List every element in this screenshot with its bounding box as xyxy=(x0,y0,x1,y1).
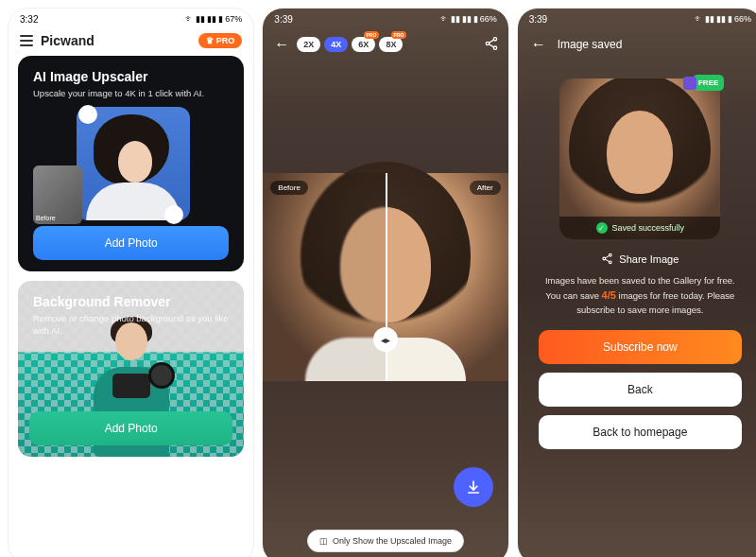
add-photo-button[interactable]: Add Photo xyxy=(29,411,232,445)
status-time: 3:39 xyxy=(529,14,547,25)
zoom-2x[interactable]: 2X xyxy=(297,37,320,52)
svg-point-9 xyxy=(610,261,612,264)
status-battery: 66% xyxy=(734,14,751,24)
saved-header: ← Image saved xyxy=(518,29,756,60)
before-after-compare[interactable]: Before After ◂▸ xyxy=(263,173,507,381)
svg-line-11 xyxy=(606,259,610,261)
back-button[interactable]: ← xyxy=(529,35,548,54)
card-hero: Before xyxy=(33,107,229,226)
zoom-label: 6X xyxy=(358,40,369,49)
card-upscaler[interactable]: AI Image Upscaler Upscale your image to … xyxy=(18,56,244,271)
app-header: Picwand ♛ PRO xyxy=(9,29,253,56)
back-button-secondary[interactable]: Back xyxy=(539,373,742,407)
status-bar: 3:39 ᯤ ▮▮ ▮▮ ▮ 66% xyxy=(518,9,756,29)
subscribe-button[interactable]: Subscribe now xyxy=(539,330,742,364)
signal-icon: ▮▮ xyxy=(705,14,714,24)
signal-icon: ▮▮ xyxy=(716,14,726,24)
wifi-icon: ᯤ xyxy=(695,14,703,24)
check-icon: ✓ xyxy=(596,222,608,234)
status-battery: 67% xyxy=(225,14,242,24)
share-image-row[interactable]: Share Image xyxy=(518,252,756,265)
after-label: After xyxy=(470,181,501,195)
wifi-icon: ᯤ xyxy=(185,14,194,24)
zoom-selector: 2X 4X 6X PRO 8X PRO xyxy=(297,37,403,52)
status-icons: ᯤ ▮▮ ▮▮ ▮ 66% xyxy=(440,14,497,24)
crown-icon: ♛ xyxy=(206,36,214,45)
share-label: Share Image xyxy=(619,253,679,265)
signal-icon: ▮▮ xyxy=(196,14,205,24)
saved-status-label: Saved successfully xyxy=(612,223,685,233)
status-bar: 3:32 ᯤ ▮▮ ▮▮ ▮ 67% xyxy=(9,9,253,29)
status-battery: 66% xyxy=(480,14,497,24)
zoom-label: 8X xyxy=(386,40,396,49)
svg-line-3 xyxy=(489,40,493,43)
save-description: Images have been saved to the Gallery fo… xyxy=(539,274,742,317)
home-button[interactable]: Back to homepage xyxy=(539,415,742,449)
status-time: 3:32 xyxy=(20,14,38,25)
svg-point-0 xyxy=(493,37,496,40)
share-icon[interactable] xyxy=(484,36,499,54)
status-bar: 3:39 ᯤ ▮▮ ▮▮ ▮ 66% xyxy=(263,9,507,29)
svg-point-2 xyxy=(493,46,496,49)
signal-icon: ▮▮ xyxy=(451,14,460,24)
zoom-6x[interactable]: 6X PRO xyxy=(352,37,375,52)
compare-handle[interactable]: ◂▸ xyxy=(373,327,398,352)
card-subtitle: Remove or change photo background as you… xyxy=(33,313,229,337)
pro-label: PRO xyxy=(216,36,235,45)
before-label: Before xyxy=(36,215,56,221)
preview-after xyxy=(77,107,190,220)
screen-upscale-editor: 3:39 ᯤ ▮▮ ▮▮ ▮ 66% ← 2X 4X 6X PRO 8X PRO xyxy=(262,8,508,557)
page-title: Image saved xyxy=(558,38,623,51)
zoom-4x[interactable]: 4X xyxy=(324,37,348,52)
editor-header: ← 2X 4X 6X PRO 8X PRO xyxy=(263,29,507,60)
saved-status: ✓ Saved successfully xyxy=(559,217,720,239)
download-button[interactable] xyxy=(454,467,493,507)
saved-preview: FREE ✓ Saved successfully xyxy=(559,78,720,239)
back-button[interactable]: ← xyxy=(272,35,291,54)
before-label: Before xyxy=(270,181,308,195)
screen-home: 3:32 ᯤ ▮▮ ▮▮ ▮ 67% Picwand ♛ PRO AI Imag… xyxy=(8,8,254,557)
card-title: AI Image Upscaler xyxy=(33,69,229,84)
add-photo-button[interactable]: Add Photo xyxy=(33,226,229,260)
share-icon xyxy=(601,252,613,265)
free-badge: FREE xyxy=(693,75,724,91)
app-title: Picwand xyxy=(41,33,94,48)
menu-icon[interactable] xyxy=(20,35,33,46)
pro-tag: PRO xyxy=(391,31,407,39)
signal-icon: ▮▮ xyxy=(462,14,472,24)
card-subtitle: Upscale your image to 4K in 1 click with… xyxy=(33,88,229,99)
svg-point-7 xyxy=(610,253,612,256)
battery-icon: ▮ xyxy=(218,14,223,24)
wifi-icon: ᯤ xyxy=(440,14,449,24)
card-title: Background Remover xyxy=(33,294,229,309)
status-icons: ᯤ ▮▮ ▮▮ ▮ 66% xyxy=(695,14,751,24)
compare-icon: ◫ xyxy=(319,536,328,546)
card-bg-remover[interactable]: Background Remover Remove or change phot… xyxy=(18,281,244,457)
status-icons: ᯤ ▮▮ ▮▮ ▮ 67% xyxy=(185,14,242,24)
svg-point-8 xyxy=(603,257,606,260)
screen-saved: 3:39 ᯤ ▮▮ ▮▮ ▮ 66% ← Image saved FREE ✓ … xyxy=(517,8,756,557)
svg-line-4 xyxy=(489,44,493,46)
only-upscaled-toggle[interactable]: ◫ Only Show the Upscaled Image xyxy=(307,530,464,552)
svg-point-1 xyxy=(486,42,489,44)
save-count: 4/5 xyxy=(602,289,616,301)
handle-dot xyxy=(164,205,183,224)
status-time: 3:39 xyxy=(274,14,292,25)
zoom-8x[interactable]: 8X PRO xyxy=(379,37,403,52)
signal-icon: ▮▮ xyxy=(207,14,216,24)
preview-before: Before xyxy=(33,165,82,224)
battery-icon: ▮ xyxy=(473,14,478,24)
saved-image[interactable]: ✓ Saved successfully xyxy=(559,78,720,239)
pro-badge[interactable]: ♛ PRO xyxy=(198,33,243,48)
svg-line-10 xyxy=(606,255,610,257)
battery-icon: ▮ xyxy=(728,14,732,24)
pro-tag: PRO xyxy=(364,31,380,39)
toggle-label: Only Show the Upscaled Image xyxy=(333,536,452,546)
